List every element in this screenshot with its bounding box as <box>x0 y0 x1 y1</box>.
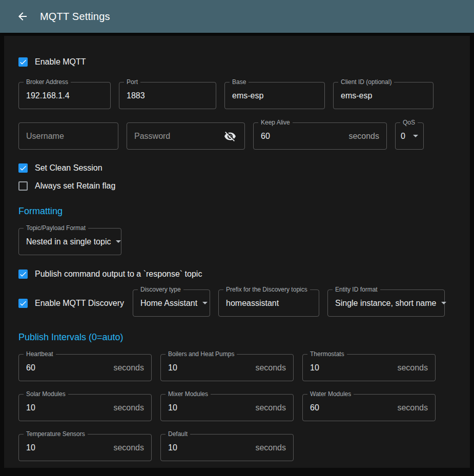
formatting-heading: Formatting <box>18 206 456 217</box>
topic-format-select[interactable]: Topic/Payload Format Nested in a single … <box>18 228 121 255</box>
auth-row: Keep Alive seconds QoS 0 <box>18 122 456 150</box>
discovery-prefix-input[interactable] <box>226 299 312 308</box>
interval-label: Thermostats <box>307 350 347 358</box>
broker-row: Broker Address Port Base Client ID (opti… <box>18 82 456 109</box>
password-field[interactable] <box>127 122 245 150</box>
topic-format-value: Nested in a single topic <box>26 237 111 246</box>
interval-field-temperature-sensors[interactable]: Temperature Sensors seconds <box>18 434 152 461</box>
discovery-prefix-label: Prefix for the Discovery topics <box>223 286 310 294</box>
qos-label: QoS <box>400 119 418 127</box>
dropdown-caret-icon <box>202 302 208 304</box>
interval-field-mixer[interactable]: Mixer Modules seconds <box>160 394 294 421</box>
page-title: MQTT Settings <box>40 11 110 23</box>
qos-select[interactable]: QoS 0 <box>395 122 424 150</box>
enable-discovery-label: Enable MQTT Discovery <box>35 299 124 308</box>
interval-label: Mixer Modules <box>166 390 211 398</box>
interval-input[interactable] <box>310 403 393 412</box>
broker-address-field[interactable]: Broker Address <box>18 82 111 109</box>
port-input[interactable] <box>127 91 209 100</box>
dropdown-caret-icon <box>441 302 446 304</box>
username-input[interactable] <box>26 132 111 141</box>
discovery-type-select[interactable]: Discovery type Home Assistant <box>133 289 210 317</box>
interval-label: Solar Modules <box>24 390 68 398</box>
toggle-password-visibility-button[interactable] <box>223 129 237 143</box>
client-id-input[interactable] <box>341 91 426 100</box>
interval-field-default[interactable]: Default seconds <box>160 434 294 461</box>
app-bar: MQTT Settings <box>0 0 474 33</box>
interval-input[interactable] <box>168 403 251 412</box>
interval-label: Temperature Sensors <box>24 430 88 438</box>
base-input[interactable] <box>232 91 317 100</box>
back-button[interactable] <box>12 6 33 27</box>
publish-response-checkbox[interactable]: Publish command output to a `response` t… <box>18 270 456 279</box>
clean-session-checkbox[interactable]: Set Clean Session <box>18 163 456 173</box>
discovery-prefix-field[interactable]: Prefix for the Discovery topics <box>218 289 319 317</box>
interval-label: Heartbeat <box>24 350 56 358</box>
keep-alive-input[interactable] <box>261 132 344 141</box>
discovery-row: Enable MQTT Discovery Discovery type Hom… <box>18 289 456 317</box>
qos-value: 0 <box>401 132 408 141</box>
interval-suffix: seconds <box>255 443 286 452</box>
interval-input[interactable] <box>168 443 251 452</box>
dropdown-caret-icon <box>413 135 418 137</box>
clean-session-label: Set Clean Session <box>35 163 102 173</box>
port-label: Port <box>124 78 140 86</box>
interval-suffix: seconds <box>397 403 428 412</box>
interval-input[interactable] <box>310 363 393 372</box>
interval-input[interactable] <box>26 403 109 412</box>
enable-mqtt-label: Enable MQTT <box>35 57 86 67</box>
interval-field-thermostats[interactable]: Thermostats seconds <box>302 354 436 381</box>
retain-flag-checkbox[interactable]: Always set Retain flag <box>18 181 456 191</box>
interval-field-solar[interactable]: Solar Modules seconds <box>18 394 152 421</box>
interval-input[interactable] <box>26 363 109 372</box>
keep-alive-label: Keep Alive <box>258 119 293 127</box>
interval-suffix: seconds <box>255 363 286 372</box>
entity-id-format-label: Entity ID format <box>333 286 380 294</box>
publish-response-label: Publish command output to a `response` t… <box>35 270 202 279</box>
keep-alive-field[interactable]: Keep Alive seconds <box>253 122 387 150</box>
keep-alive-suffix: seconds <box>348 132 379 141</box>
interval-field-water[interactable]: Water Modules seconds <box>302 394 436 421</box>
interval-label: Boilers and Heat Pumps <box>166 350 237 358</box>
interval-suffix: seconds <box>255 403 286 412</box>
interval-suffix: seconds <box>113 403 144 412</box>
discovery-type-value: Home Assistant <box>140 299 197 308</box>
enable-discovery-checkbox[interactable]: Enable MQTT Discovery <box>18 299 125 308</box>
discovery-type-label: Discovery type <box>138 286 183 294</box>
entity-id-format-select[interactable]: Entity ID format Single instance, short … <box>327 289 445 317</box>
interval-suffix: seconds <box>397 363 428 372</box>
publish-intervals-heading: Publish Intervals (0=auto) <box>18 332 456 343</box>
checkbox-checked-icon[interactable] <box>18 299 28 308</box>
base-field[interactable]: Base <box>224 82 325 109</box>
port-field[interactable]: Port <box>119 82 216 109</box>
retain-flag-label: Always set Retain flag <box>35 181 115 191</box>
base-label: Base <box>230 78 249 86</box>
checkbox-checked-icon[interactable] <box>18 163 28 173</box>
topic-format-row: Topic/Payload Format Nested in a single … <box>18 228 456 255</box>
enable-mqtt-checkbox[interactable]: Enable MQTT <box>18 57 456 67</box>
dropdown-caret-icon <box>116 240 121 243</box>
intervals-grid: Heartbeat seconds Boilers and Heat Pumps… <box>18 354 456 461</box>
checkbox-checked-icon[interactable] <box>18 57 28 67</box>
interval-field-heartbeat[interactable]: Heartbeat seconds <box>18 354 152 381</box>
arrow-back-icon <box>16 10 29 23</box>
visibility-off-icon <box>224 130 236 142</box>
topic-format-label: Topic/Payload Format <box>24 224 88 232</box>
password-input[interactable] <box>134 132 220 141</box>
client-id-field[interactable]: Client ID (optional) <box>333 82 434 109</box>
interval-suffix: seconds <box>113 363 144 372</box>
interval-input[interactable] <box>26 443 109 452</box>
interval-label: Default <box>166 430 190 438</box>
interval-label: Water Modules <box>307 390 354 398</box>
checkbox-checked-icon[interactable] <box>18 270 28 279</box>
broker-address-input[interactable] <box>26 91 103 100</box>
interval-input[interactable] <box>168 363 251 372</box>
broker-address-label: Broker Address <box>24 78 71 86</box>
settings-panel: Enable MQTT Broker Address Port Base Cli… <box>4 36 470 468</box>
username-field[interactable] <box>18 122 118 150</box>
interval-field-boilers[interactable]: Boilers and Heat Pumps seconds <box>160 354 294 381</box>
entity-id-format-value: Single instance, short name <box>335 299 436 308</box>
checkbox-unchecked-icon[interactable] <box>18 181 28 191</box>
client-id-label: Client ID (optional) <box>338 78 394 86</box>
interval-suffix: seconds <box>113 443 144 452</box>
